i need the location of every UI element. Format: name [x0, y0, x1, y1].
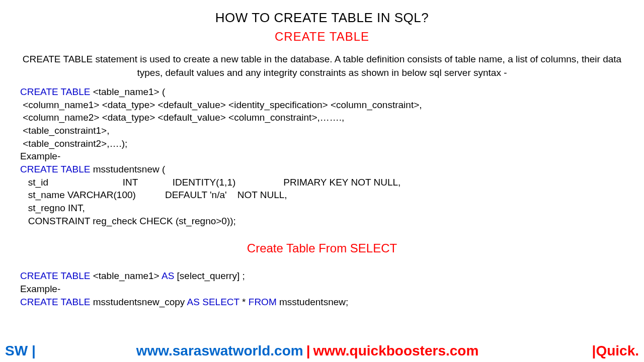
code-text: msstudentsnew_copy [93, 297, 187, 307]
section-heading-create-from-select: Create Table From SELECT [20, 241, 624, 255]
footer-brand-sw: SW | [5, 343, 36, 359]
code-text: st_name VARCHAR(100) DEFAULT 'n/a' NOT N… [20, 190, 287, 200]
section-heading-create-table: CREATE TABLE [20, 30, 624, 44]
example-label: Example- [20, 151, 60, 161]
code-text: <column_name1> <data_type> <default_valu… [20, 100, 422, 110]
footer: SW | www.saraswatworld.com | www.quickbo… [0, 343, 644, 359]
footer-url-quickboosters: www.quickboosters.com [313, 343, 479, 359]
footer-brand-quick: |Quick. [592, 343, 639, 359]
keyword: AS [162, 270, 177, 281]
keyword: CREATE TABLE [20, 270, 93, 281]
code-text: <table_name1> ( [93, 86, 166, 97]
code-text: st_id INT IDENTITY(1,1) PRIMARY KEY NOT … [20, 177, 400, 188]
keyword: CREATE TABLE [20, 86, 93, 97]
keyword: CREATE TABLE [20, 164, 93, 174]
code-text: <table_name1> [93, 270, 162, 281]
keyword: CREATE TABLE [20, 297, 93, 307]
syntax2-block: CREATE TABLE <table_name1> AS [select_qu… [20, 269, 624, 308]
footer-url-saraswatworld: www.saraswatworld.com [136, 343, 303, 359]
description-text: CREATE TABLE statement is used to create… [20, 53, 624, 79]
keyword: FROM [249, 297, 279, 307]
code-text: msstudentsnew; [279, 297, 348, 307]
code-text: <table_constraint2>,….); [20, 138, 127, 149]
code-text: * [242, 297, 249, 307]
syntax-block: CREATE TABLE <table_name1> ( <column_nam… [20, 85, 624, 227]
code-text: <column_name2> <data_type> <default_valu… [20, 112, 344, 123]
code-text: CONSTRAINT reg_check CHECK (st_regno>0))… [20, 216, 236, 226]
code-text: <table_constraint1>, [20, 125, 109, 136]
footer-separator: | [306, 343, 310, 359]
code-text: [select_querry] ; [177, 270, 245, 281]
page-title: HOW TO CREATE TABLE IN SQL? [20, 10, 624, 26]
code-text: st_regno INT, [20, 203, 85, 213]
example-label: Example- [20, 284, 60, 294]
keyword: AS SELECT [187, 297, 242, 307]
code-text: msstudentsnew ( [93, 164, 166, 174]
